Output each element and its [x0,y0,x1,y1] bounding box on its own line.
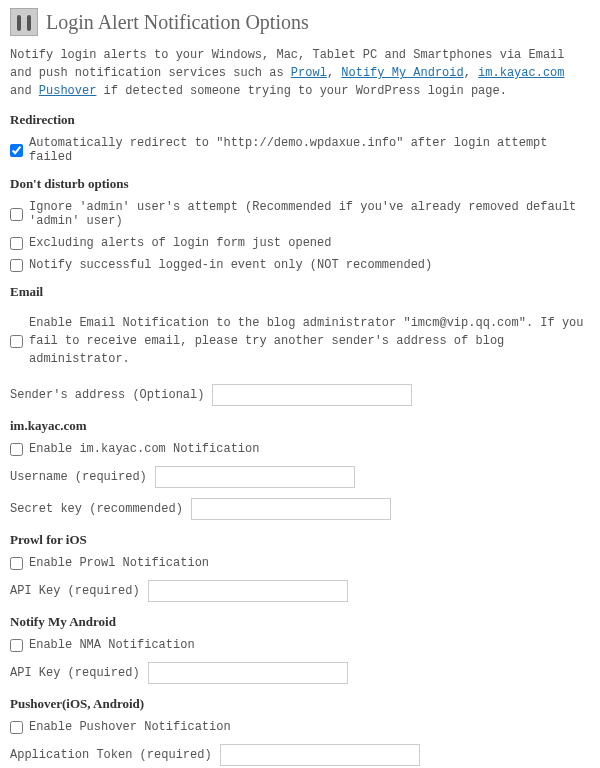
row-pushover-apptoken: Application Token (required) [10,744,590,766]
checkbox-ignore-admin[interactable] [10,208,23,221]
row-auto-redirect: Automatically redirect to "http://demo.w… [10,136,590,164]
checkbox-auto-redirect[interactable] [10,144,23,157]
label-prowl-apikey: API Key (required) [10,584,140,598]
intro-text: Notify login alerts to your Windows, Mac… [10,46,590,100]
link-notify-my-android[interactable]: Notify My Android [341,66,463,80]
label-kayac-username: Username (required) [10,470,147,484]
label-enable-kayac[interactable]: Enable im.kayac.com Notification [29,442,259,456]
checkbox-enable-kayac[interactable] [10,443,23,456]
label-enable-pushover[interactable]: Enable Pushover Notification [29,720,231,734]
row-success-only: Notify successful logged-in event only (… [10,258,590,272]
link-pushover[interactable]: Pushover [39,84,97,98]
settings-icon [10,8,38,36]
row-prowl-apikey: API Key (required) [10,580,590,602]
row-kayac-username: Username (required) [10,466,590,488]
row-enable-pushover: Enable Pushover Notification [10,720,590,734]
section-nma: Notify My Android [10,614,590,630]
input-sender-address[interactable] [212,384,412,406]
row-enable-kayac: Enable im.kayac.com Notification [10,442,590,456]
label-nma-apikey: API Key (required) [10,666,140,680]
link-im-kayac[interactable]: im.kayac.com [478,66,564,80]
label-kayac-secret: Secret key (recommended) [10,502,183,516]
label-enable-email[interactable]: Enable Email Notification to the blog ad… [29,314,590,368]
checkbox-enable-pushover[interactable] [10,721,23,734]
page-title: Login Alert Notification Options [46,11,309,34]
checkbox-enable-email[interactable] [10,335,23,348]
checkbox-excluding-alerts[interactable] [10,237,23,250]
section-prowl: Prowl for iOS [10,532,590,548]
label-sender-address: Sender's address (Optional) [10,388,204,402]
row-enable-prowl: Enable Prowl Notification [10,556,590,570]
row-ignore-admin: Ignore 'admin' user's attempt (Recommend… [10,200,590,228]
section-dnd: Don't disturb options [10,176,590,192]
row-excluding-alerts: Excluding alerts of login form just open… [10,236,590,250]
row-kayac-secret: Secret key (recommended) [10,498,590,520]
row-enable-nma: Enable NMA Notification [10,638,590,652]
row-sender-address: Sender's address (Optional) [10,384,590,406]
label-enable-nma[interactable]: Enable NMA Notification [29,638,195,652]
label-ignore-admin[interactable]: Ignore 'admin' user's attempt (Recommend… [29,200,590,228]
section-kayac: im.kayac.com [10,418,590,434]
checkbox-success-only[interactable] [10,259,23,272]
input-kayac-secret[interactable] [191,498,391,520]
input-prowl-apikey[interactable] [148,580,348,602]
label-auto-redirect[interactable]: Automatically redirect to "http://demo.w… [29,136,590,164]
section-email: Email [10,284,590,300]
section-redirection: Redirection [10,112,590,128]
section-pushover: Pushover(iOS, Android) [10,696,590,712]
input-pushover-apptoken[interactable] [220,744,420,766]
link-prowl[interactable]: Prowl [291,66,327,80]
label-enable-prowl[interactable]: Enable Prowl Notification [29,556,209,570]
page-title-bar: Login Alert Notification Options [10,8,590,36]
row-enable-email: Enable Email Notification to the blog ad… [10,308,590,374]
label-pushover-apptoken: Application Token (required) [10,748,212,762]
input-kayac-username[interactable] [155,466,355,488]
checkbox-enable-nma[interactable] [10,639,23,652]
label-excluding-alerts[interactable]: Excluding alerts of login form just open… [29,236,331,250]
checkbox-enable-prowl[interactable] [10,557,23,570]
label-success-only[interactable]: Notify successful logged-in event only (… [29,258,432,272]
row-nma-apikey: API Key (required) [10,662,590,684]
input-nma-apikey[interactable] [148,662,348,684]
